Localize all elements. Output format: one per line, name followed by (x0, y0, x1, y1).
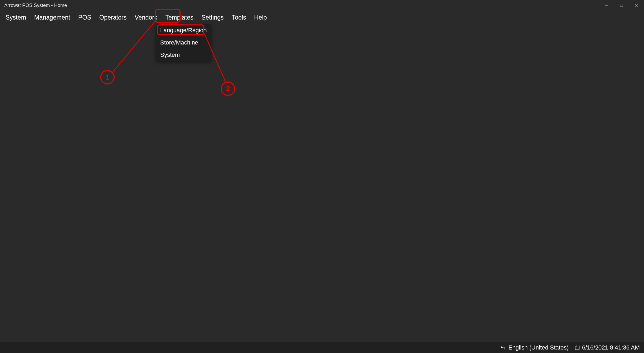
menu-vendors[interactable]: Vendors (131, 12, 161, 24)
application-window: Arrowat POS System - Home System Managem… (0, 0, 644, 353)
menu-templates[interactable]: Templates (161, 12, 197, 24)
svg-rect-6 (575, 346, 579, 350)
menu-bar: System Management POS Operators Vendors … (0, 11, 644, 24)
settings-dropdown: Language/Region Store/Machine System (156, 24, 211, 61)
close-icon (635, 3, 638, 7)
status-datetime: 6/16/2021 8:41:36 AM (575, 344, 640, 351)
window-controls (599, 0, 644, 11)
language-icon: A 字 (500, 345, 506, 351)
title-bar: Arrowat POS System - Home (0, 0, 644, 11)
status-language: A 字 English (United States) (500, 344, 569, 351)
dropdown-language-region[interactable]: Language/Region (156, 24, 211, 36)
svg-rect-1 (620, 4, 623, 7)
close-button[interactable] (629, 0, 644, 11)
menu-pos[interactable]: POS (74, 12, 95, 24)
status-bar: A 字 English (United States) 6/16/2021 8:… (0, 342, 644, 353)
status-datetime-text: 6/16/2021 8:41:36 AM (582, 344, 640, 351)
menu-tools[interactable]: Tools (228, 12, 250, 24)
menu-system[interactable]: System (2, 12, 30, 24)
svg-text:字: 字 (503, 347, 506, 350)
dropdown-store-machine[interactable]: Store/Machine (156, 36, 211, 49)
menu-operators[interactable]: Operators (95, 12, 131, 24)
status-language-text: English (United States) (508, 344, 569, 351)
minimize-button[interactable] (599, 0, 614, 11)
minimize-icon (605, 3, 608, 7)
menu-management[interactable]: Management (30, 12, 74, 24)
menu-settings[interactable]: Settings (197, 12, 228, 24)
menu-help[interactable]: Help (250, 12, 271, 24)
content-area (0, 24, 644, 342)
maximize-icon (620, 3, 623, 7)
window-title: Arrowat POS System - Home (4, 3, 67, 8)
maximize-button[interactable] (614, 0, 629, 11)
dropdown-system[interactable]: System (156, 49, 211, 61)
calendar-icon (575, 345, 580, 350)
